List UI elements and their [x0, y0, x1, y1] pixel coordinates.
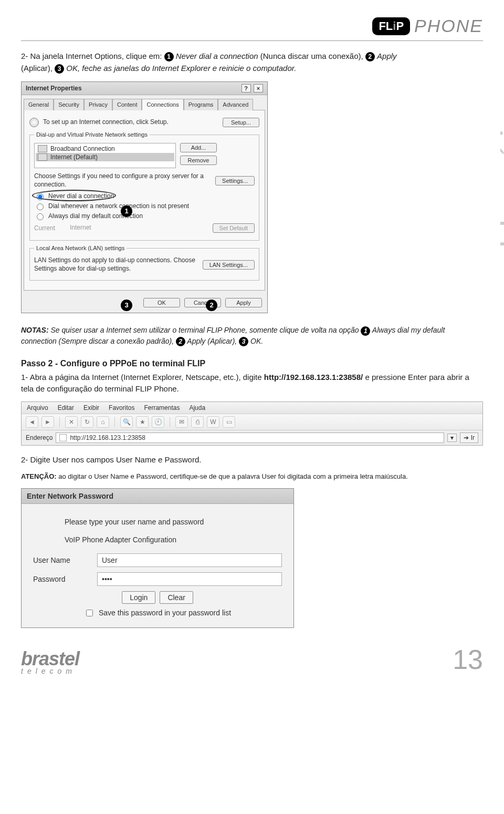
- refresh-icon[interactable]: ↻: [81, 416, 93, 428]
- menu-ajuda[interactable]: Ajuda: [189, 404, 205, 411]
- menu-favoritos[interactable]: Favoritos: [109, 404, 134, 411]
- separator: [170, 417, 170, 427]
- stop-icon[interactable]: ✕: [65, 416, 78, 428]
- globe-icon: [29, 118, 39, 127]
- notas-r2: Apply: [187, 337, 205, 345]
- list-item-broadband[interactable]: Broadband Connection: [36, 145, 174, 153]
- intro-ok: OK, feche as janelas do Internet Explore…: [66, 64, 296, 73]
- search-icon[interactable]: 🔍: [120, 416, 133, 428]
- intro-prefix: 2- Na janela Internet Options, clique em…: [21, 51, 162, 60]
- tab-privacy[interactable]: Privacy: [84, 99, 112, 110]
- discuss-icon[interactable]: ▭: [223, 416, 235, 428]
- side-label: manual do usuário: [497, 116, 504, 321]
- list-item-label: Broadband Connection: [50, 145, 115, 152]
- choose-text: Choose Settings if you need to configure…: [34, 172, 211, 189]
- notas-body2: (Sempre discar a conexão padrão),: [59, 337, 174, 345]
- setup-button[interactable]: Setup...: [223, 118, 259, 127]
- menu-editar[interactable]: Editar: [58, 404, 74, 411]
- attention-label: ATENÇÃO:: [21, 472, 57, 480]
- edit-icon[interactable]: W: [207, 416, 219, 428]
- save-password-checkbox[interactable]: [86, 610, 93, 616]
- tab-content[interactable]: Content: [112, 99, 142, 110]
- pwdlg-body: Please type your user name and password …: [22, 504, 293, 620]
- current-value: Internet: [70, 224, 208, 232]
- window-controls: ? ×: [240, 84, 263, 92]
- list-buttons: Add... Remove: [180, 143, 217, 165]
- connections-listbox[interactable]: Broadband Connection Internet (Default): [34, 143, 176, 168]
- menu-ferramentas[interactable]: Ferramentas: [144, 404, 180, 411]
- back-icon[interactable]: ◄: [26, 416, 38, 428]
- history-icon[interactable]: 🕘: [152, 416, 164, 428]
- dialup-legend: Dial-up and Virtual Private Network sett…: [34, 131, 150, 138]
- tab-advanced[interactable]: Advanced: [218, 99, 253, 110]
- tab-security[interactable]: Security: [54, 99, 84, 110]
- address-input[interactable]: http://192.168.123.1:23858: [56, 432, 444, 443]
- tab-programs[interactable]: Programs: [184, 99, 218, 110]
- list-item-internet[interactable]: Internet (Default): [36, 153, 174, 161]
- radio-dial-whenever[interactable]: Dial whenever a network connection is no…: [34, 202, 255, 210]
- tab-connections[interactable]: Connections: [142, 99, 183, 110]
- header: FLiP PHONE: [21, 16, 483, 36]
- password-row: Password ••••: [33, 572, 282, 586]
- tab-general[interactable]: General: [24, 99, 54, 110]
- brastel-brand: brastel: [21, 648, 79, 669]
- favorites-icon[interactable]: ★: [136, 416, 149, 428]
- intro-never-dial-trans: (Nunca discar uma conexão),: [260, 51, 363, 60]
- attention-body: ao digitar o User Name e Password, certi…: [58, 472, 407, 480]
- badge-3-icon: 3: [55, 64, 64, 74]
- save-password-row[interactable]: Save this password in your password list: [33, 608, 282, 618]
- notas-body1: Se quiser usar a Internet sem utilizar o…: [51, 326, 359, 334]
- remove-button[interactable]: Remove: [180, 156, 217, 165]
- brastel-sub: telecom: [21, 667, 79, 675]
- intro-apply-trans: (Aplicar),: [21, 64, 52, 73]
- password-label: Password: [33, 575, 91, 583]
- step2-url: http://192.168.123.1:23858/: [264, 373, 363, 382]
- notas-paragraph: NOTAS: Se quiser usar a Internet sem uti…: [21, 325, 472, 346]
- go-button[interactable]: ➔ Ir: [460, 432, 478, 443]
- address-url-text: http://192.168.123.1:23858: [70, 434, 145, 441]
- clear-button[interactable]: Clear: [160, 591, 193, 604]
- help-icon[interactable]: ?: [242, 84, 251, 92]
- close-icon[interactable]: ×: [254, 84, 263, 92]
- dropdown-icon[interactable]: ▾: [447, 434, 457, 442]
- pwdlg-buttons: Login Clear: [33, 591, 282, 604]
- notas-body3: (Aplicar),: [207, 337, 237, 345]
- radio-always-dial[interactable]: Always dial my default connection: [34, 212, 255, 220]
- username-row: User Name User: [33, 553, 282, 567]
- ie-toolbar-row: ◄ ► ✕ ↻ ⌂ 🔍 ★ 🕘 ✉ ⎙ W ▭: [22, 414, 482, 430]
- badge-2-icon: 2: [365, 52, 375, 61]
- radio-never-dial[interactable]: Never dial a connection: [34, 192, 255, 200]
- add-button[interactable]: Add...: [180, 143, 217, 152]
- menu-exibir[interactable]: Exibir: [83, 404, 99, 411]
- ok-button[interactable]: OK: [143, 298, 180, 307]
- menu-arquivo[interactable]: Arquivo: [27, 404, 48, 411]
- list-item-label: Internet (Default): [50, 153, 98, 161]
- print-icon[interactable]: ⎙: [191, 416, 204, 428]
- login-button[interactable]: Login: [122, 591, 155, 604]
- page-number: 13: [453, 644, 483, 675]
- internet-properties-wrap: Internet Properties ? × General Security…: [21, 81, 268, 317]
- dialog-titlebar: Internet Properties ? ×: [22, 82, 267, 95]
- brastel-logo: brastel telecom: [21, 648, 79, 675]
- lan-settings-button[interactable]: LAN Settings...: [203, 260, 255, 270]
- radio-input[interactable]: [37, 193, 44, 200]
- lan-group: Local Area Network (LAN) settings LAN Se…: [29, 245, 259, 281]
- settings-button[interactable]: Settings...: [215, 176, 255, 186]
- intro-apply: Apply: [377, 51, 397, 60]
- pwdlg-line1: Please type your user name and password: [33, 518, 282, 526]
- separator: [114, 417, 115, 427]
- password-field[interactable]: ••••: [97, 572, 282, 586]
- intro-paragraph: 2- Na janela Internet Options, clique em…: [21, 50, 410, 74]
- forward-icon[interactable]: ►: [41, 416, 54, 428]
- radio-input[interactable]: [37, 213, 44, 220]
- ie-address-row: Endereço http://192.168.123.1:23858 ▾ ➔ …: [22, 430, 482, 445]
- internet-properties-dialog: Internet Properties ? × General Security…: [21, 81, 268, 313]
- home-icon[interactable]: ⌂: [97, 416, 109, 428]
- step2b-line: 2- Digite User nos campos User Name e Pa…: [21, 454, 483, 466]
- phone-word: PHONE: [414, 16, 483, 36]
- apply-button[interactable]: Apply: [225, 298, 262, 307]
- radio-input[interactable]: [37, 203, 44, 210]
- username-field[interactable]: User: [97, 553, 282, 567]
- mail-icon[interactable]: ✉: [175, 416, 188, 428]
- go-arrow-icon: ➔: [464, 434, 469, 441]
